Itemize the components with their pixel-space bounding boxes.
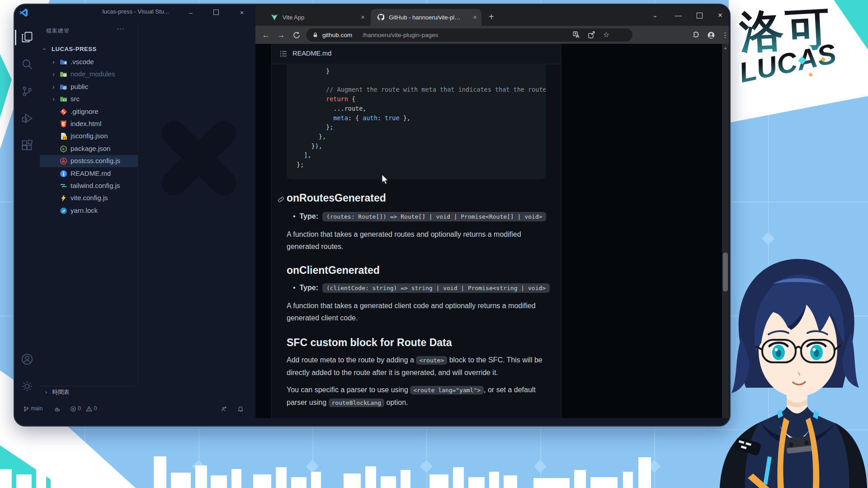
branch-status[interactable]: main: [23, 402, 42, 415]
tab-github[interactable]: GitHub - hannoeru/vite-plugin ×: [371, 9, 481, 26]
outline-list-icon[interactable]: [280, 50, 287, 57]
tab-close-icon[interactable]: ×: [361, 13, 365, 21]
explorer-root-folder[interactable]: › LUCAS-PRESS: [40, 43, 138, 56]
file-item-.gitignore[interactable]: .gitignore: [40, 106, 138, 118]
stage: lucas-press - Visual Stu... – × 檔案總管 ···…: [0, 0, 868, 488]
feedback-person-icon: [221, 406, 227, 412]
github-favicon: [377, 14, 384, 21]
html-icon: [60, 120, 67, 128]
jsconfig-icon: [60, 132, 67, 140]
file-item-src[interactable]: ›src: [40, 93, 138, 105]
vscode-maximize-button[interactable]: [208, 6, 224, 19]
yarn-icon: [60, 207, 67, 215]
forward-icon[interactable]: →: [275, 29, 287, 41]
root-folder-label: LUCAS-PRESS: [52, 46, 97, 52]
translate-icon[interactable]: [571, 29, 582, 41]
url-host: github.com: [322, 28, 352, 42]
branch-name: main: [31, 405, 42, 412]
kebab-menu-icon[interactable]: ⋮: [719, 29, 729, 41]
github-page: README.md } // Augment the route with me…: [255, 44, 729, 418]
mouse-cursor: [381, 174, 389, 186]
folder-public-icon: [60, 83, 67, 91]
account-icon[interactable]: [21, 353, 33, 366]
type-signature-code: (routes: Route[]) => Route[] | void | Pr…: [322, 212, 546, 221]
vite-icon: [60, 194, 67, 202]
chevron-right-icon: ›: [52, 95, 55, 103]
file-item-node_modules[interactable]: ›node_modules: [40, 68, 138, 80]
timeline-section[interactable]: › 時間表: [45, 389, 69, 396]
search-icon[interactable]: [21, 58, 33, 70]
explorer-icon[interactable]: [21, 31, 33, 43]
explorer-actions-icon[interactable]: ···: [117, 24, 124, 33]
file-item-tailwind.config.js[interactable]: tailwind.config.js: [40, 180, 138, 192]
notifications[interactable]: [237, 402, 244, 415]
maximize-icon: [213, 9, 219, 15]
explorer-title: 檔案總管: [46, 27, 70, 35]
chrome-minimize-button[interactable]: —: [675, 11, 682, 19]
file-item-jsconfig.json[interactable]: jsconfig.json: [40, 130, 138, 142]
new-tab-button[interactable]: +: [489, 12, 494, 22]
remote-indicator[interactable]: [221, 402, 227, 415]
problems-status[interactable]: 0 0: [70, 402, 97, 415]
bg-diamond: [762, 232, 774, 245]
tab-close-icon[interactable]: ×: [473, 13, 477, 21]
pixel-blocks-decor: [0, 452, 678, 488]
folder-vscode-icon: [60, 58, 67, 66]
vscode-watermark: [149, 108, 249, 208]
tab-vite-app[interactable]: Vite App ×: [264, 9, 369, 26]
sfc-paragraph-1: Add route meta to the route by adding a …: [287, 354, 566, 379]
extensions-puzzle-icon[interactable]: [690, 29, 702, 41]
file-item-.vscode[interactable]: ›.vscode: [40, 56, 138, 68]
readme-icon: [60, 170, 67, 178]
bell-icon: [237, 406, 244, 412]
bookmark-star-icon[interactable]: ☆: [600, 29, 612, 41]
file-item-yarn.lock[interactable]: yarn.lock: [40, 205, 138, 217]
heading-sfc-custom-block: SFC custom block for Route Data: [287, 337, 452, 349]
run-debug-icon[interactable]: [21, 112, 33, 125]
file-item-README.md[interactable]: README.md: [40, 168, 138, 180]
type-signature-code: (clientCode: string) => string | void | …: [322, 283, 550, 293]
lucas-logo: 洛可 洛可 LUCAS LUCAS ◆ ◆ ◆: [733, 0, 868, 103]
npm-icon: [60, 145, 67, 153]
share-icon[interactable]: [585, 29, 597, 41]
readme-filename: README.md: [292, 50, 331, 57]
diamond-spark-icon: ◆: [797, 53, 807, 66]
diamond-spark-icon: ◆: [808, 71, 813, 77]
chevron-right-icon: ›: [52, 70, 55, 78]
file-item-postcss.config.js[interactable]: postcss.config.js: [40, 155, 138, 167]
anchor-link-icon[interactable]: [277, 196, 285, 203]
url-bar[interactable]: github.com /hannoeru/vite-plugin-pages ☆: [306, 28, 632, 42]
extensions-icon[interactable]: [21, 139, 33, 152]
file-item-vite.config.js[interactable]: vite.config.js: [40, 192, 138, 204]
back-icon[interactable]: ←: [260, 29, 272, 41]
vscode-close-button[interactable]: ×: [234, 6, 250, 19]
file-item-package.json[interactable]: package.json: [40, 143, 138, 155]
url-path: /hannoeru/vite-plugin-pages: [363, 28, 438, 42]
heading-onroutesgenerated: onRoutesGenerated: [287, 192, 386, 204]
vtuber-avatar: [710, 244, 868, 488]
reload-icon[interactable]: [291, 29, 302, 41]
diamond-spark-icon: ◆: [820, 55, 826, 63]
chrome-menu-chevron-icon[interactable]: ›: [652, 15, 660, 18]
scroll-up-arrow-icon[interactable]: ▲: [723, 46, 727, 50]
chrome-maximize-button[interactable]: [697, 13, 703, 19]
git-icon: [60, 108, 67, 116]
profile-avatar[interactable]: [705, 29, 717, 41]
paragraph: A function that takes a generated client…: [287, 300, 540, 324]
source-control-icon[interactable]: [21, 85, 33, 98]
file-item-public[interactable]: ›public: [40, 81, 138, 93]
settings-gear-icon[interactable]: [21, 380, 33, 393]
branch-icon: [23, 406, 29, 412]
code-lines: } // Augment the route with meta that in…: [297, 66, 546, 169]
tab-label: Vite App: [283, 14, 304, 21]
chevron-right-icon: ›: [45, 389, 47, 395]
vscode-minimize-button[interactable]: –: [183, 6, 198, 19]
sync-status[interactable]: [54, 402, 60, 415]
postcss-icon: [60, 157, 67, 165]
chrome-close-button[interactable]: ×: [718, 11, 722, 20]
readme-container: README.md } // Augment the route with me…: [271, 44, 561, 418]
chevron-down-icon: ›: [41, 48, 48, 50]
chrome-toolbar: ← → github.com /hannoeru/vite-plugin-pag…: [255, 26, 729, 44]
file-item-index.html[interactable]: index.html: [40, 118, 138, 130]
heading-onclientgenerated: onClientGenerated: [287, 264, 380, 277]
